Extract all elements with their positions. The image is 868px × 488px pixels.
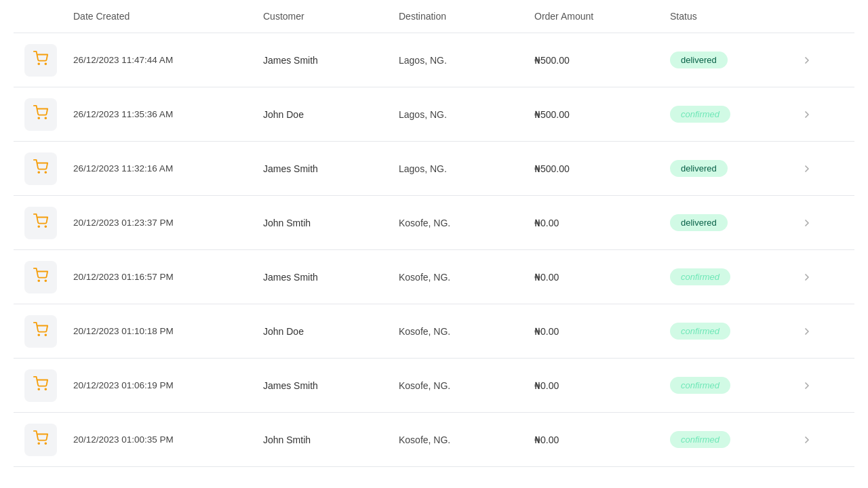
row-amount: ₦500.00 [529,52,665,68]
table-header: Date Created Customer Destination Order … [14,0,854,33]
row-chevron[interactable] [787,432,827,448]
table-row[interactable]: 20/12/2023 01:10:18 PM John Doe Kosofe, … [14,304,854,359]
row-icon-col [14,96,68,134]
status-badge: confirmed [670,323,730,340]
row-chevron[interactable] [787,161,827,177]
svg-point-12 [38,388,39,390]
row-icon-col [14,367,68,405]
row-chevron[interactable] [787,52,827,68]
row-chevron[interactable] [787,269,827,285]
cart-icon [33,322,48,340]
row-amount: ₦0.00 [529,269,665,285]
svg-point-0 [38,63,39,64]
cart-icon [33,105,48,123]
row-status: confirmed [665,374,787,396]
row-customer: James Smith [258,52,393,68]
cart-icon [33,51,48,69]
row-amount: ₦500.00 [529,161,665,177]
row-destination: Lagos, NG. [393,52,529,68]
row-status: confirmed [665,103,787,125]
svg-point-9 [45,280,46,281]
table-row[interactable]: 20/12/2023 01:23:37 PM John Smtih Kosofe… [14,196,854,250]
cart-icon [33,268,48,286]
header-customer: Customer [258,8,393,24]
row-date: 20/12/2023 01:00:35 PM [68,432,258,447]
row-status: delivered [665,157,787,180]
row-customer: John Doe [258,106,393,123]
orders-table: Date Created Customer Destination Order … [0,0,868,488]
row-destination: Lagos, NG. [393,106,529,123]
svg-point-5 [45,171,46,173]
cart-icon [33,376,48,394]
row-destination: Lagos, NG. [393,161,529,177]
status-badge: delivered [670,214,728,231]
cart-icon-wrapper [24,207,57,239]
row-amount: ₦500.00 [529,106,665,123]
row-customer: John Doe [258,323,393,340]
row-amount: ₦0.00 [529,215,665,231]
row-status: confirmed [665,320,787,342]
svg-point-13 [45,388,46,390]
header-status: Status [665,8,787,24]
svg-point-7 [45,226,46,227]
svg-point-6 [38,226,39,227]
row-date: 20/12/2023 01:23:37 PM [68,215,258,230]
row-status: delivered [665,49,787,71]
svg-point-2 [38,117,39,119]
cart-icon-wrapper [24,424,57,456]
header-icon-col [14,8,68,24]
row-date: 20/12/2023 01:06:19 PM [68,378,258,393]
header-action-col [787,8,827,24]
row-amount: ₦0.00 [529,378,665,394]
row-icon-col [14,204,68,242]
table-row[interactable]: 26/12/2023 11:32:16 AM James Smith Lagos… [14,142,854,196]
cart-icon [33,159,48,178]
status-badge: delivered [670,160,728,177]
row-icon-col [14,41,68,79]
table-row[interactable]: 26/12/2023 11:47:44 AM James Smith Lagos… [14,33,854,87]
row-amount: ₦0.00 [529,432,665,448]
cart-icon [33,430,48,449]
row-status: delivered [665,211,787,234]
row-icon-col [14,258,68,296]
row-chevron[interactable] [787,106,827,123]
row-date: 26/12/2023 11:35:36 AM [68,106,258,122]
header-amount: Order Amount [529,8,665,24]
row-status: confirmed [665,428,787,451]
status-badge: confirmed [670,431,730,448]
cart-icon-wrapper [24,44,57,77]
cart-icon [33,214,48,232]
row-chevron[interactable] [787,215,827,231]
table-row[interactable]: 20/12/2023 01:00:35 PM John Smtih Kosofe… [14,413,854,467]
svg-point-3 [45,117,46,119]
cart-icon-wrapper [24,369,57,402]
svg-point-15 [45,443,46,444]
status-badge: confirmed [670,106,730,123]
table-row[interactable]: 26/12/2023 11:35:36 AM John Doe Lagos, N… [14,87,854,142]
row-destination: Kosofe, NG. [393,215,529,231]
row-customer: John Smtih [258,432,393,448]
row-icon-col [14,312,68,350]
row-chevron[interactable] [787,323,827,340]
cart-icon-wrapper [24,315,57,348]
row-icon-col [14,421,68,459]
row-destination: Kosofe, NG. [393,323,529,340]
row-customer: James Smith [258,378,393,394]
row-icon-col [14,150,68,188]
svg-point-14 [38,443,39,444]
row-date: 20/12/2023 01:10:18 PM [68,323,258,339]
row-status: confirmed [665,266,787,288]
cart-icon-wrapper [24,261,57,293]
cart-icon-wrapper [24,152,57,185]
row-amount: ₦0.00 [529,323,665,340]
status-badge: confirmed [670,268,730,285]
row-date: 26/12/2023 11:32:16 AM [68,161,258,176]
svg-point-8 [38,280,39,281]
row-chevron[interactable] [787,378,827,394]
table-row[interactable]: 20/12/2023 01:16:57 PM James Smith Kosof… [14,250,854,304]
header-destination: Destination [393,8,529,24]
svg-point-4 [38,171,39,173]
svg-point-10 [38,334,39,336]
table-row[interactable]: 20/12/2023 01:06:19 PM James Smith Kosof… [14,359,854,413]
row-destination: Kosofe, NG. [393,378,529,394]
